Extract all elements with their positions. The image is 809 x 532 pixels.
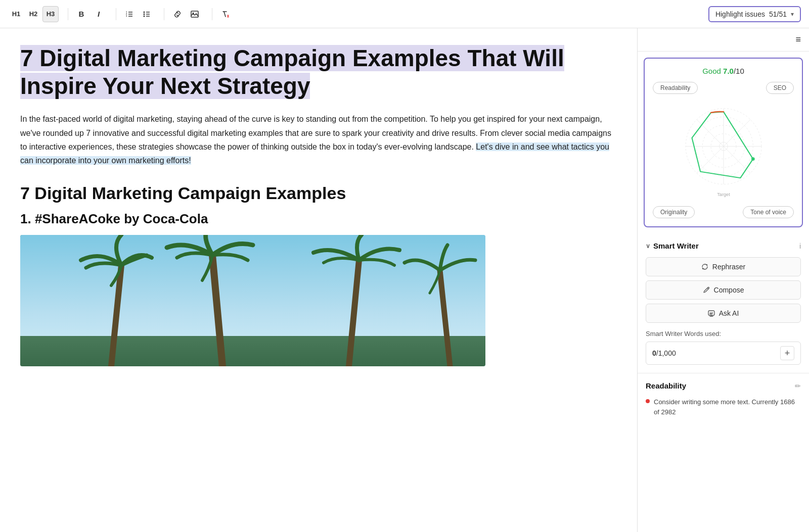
chevron-down-icon: ▾ bbox=[791, 11, 794, 18]
image-button[interactable] bbox=[187, 6, 203, 22]
ask-ai-button[interactable]: Ask AI bbox=[646, 304, 801, 323]
main-layout: 7 Digital Marketing Campaign Examples Th… bbox=[0, 28, 809, 532]
radar-container: Target bbox=[653, 100, 794, 201]
tone-of-voice-tab[interactable]: Tone of voice bbox=[743, 206, 794, 218]
compose-button[interactable]: Compose bbox=[646, 280, 801, 300]
svg-point-7 bbox=[144, 13, 145, 15]
score-bottom-tabs: Originality Tone of voice bbox=[653, 206, 794, 218]
smart-writer-section: ∨ Smart Writer i Rephraser bbox=[638, 233, 809, 373]
smart-writer-label: Smart Writer bbox=[653, 241, 699, 250]
readability-header: Readability ✏ bbox=[646, 381, 801, 390]
readability-title: Readability bbox=[646, 381, 686, 390]
separator-2 bbox=[116, 8, 116, 20]
link-button[interactable] bbox=[169, 6, 186, 22]
highlight-dropdown[interactable]: Highlight issues 51/51 ▾ bbox=[708, 6, 801, 22]
svg-point-34 bbox=[751, 157, 755, 161]
h3-button[interactable]: H3 bbox=[42, 6, 59, 22]
h1-button[interactable]: H1 bbox=[8, 6, 24, 22]
unordered-list-icon bbox=[143, 10, 151, 18]
highlight-count: 51/51 bbox=[769, 10, 787, 18]
italic-button[interactable]: I bbox=[91, 6, 107, 22]
originality-tab[interactable]: Originality bbox=[653, 206, 695, 218]
clear-format-button[interactable] bbox=[217, 6, 234, 22]
sidebar: ≡ Good 7.0/10 Readability SEO bbox=[637, 28, 809, 532]
bold-button[interactable]: B bbox=[73, 6, 89, 22]
words-used: 0 bbox=[652, 349, 656, 357]
score-header: Good 7.0/10 bbox=[653, 67, 794, 76]
svg-rect-19 bbox=[20, 336, 485, 366]
compose-icon bbox=[703, 286, 710, 294]
rephraser-button[interactable]: Rephraser bbox=[646, 257, 801, 276]
words-limit: 1,000 bbox=[658, 349, 676, 357]
article-intro: In the fast-paced world of digital marke… bbox=[20, 112, 617, 167]
score-label: Good bbox=[702, 67, 723, 75]
ask-ai-label: Ask AI bbox=[719, 309, 739, 317]
unordered-list-button[interactable] bbox=[139, 6, 155, 22]
ordered-list-button[interactable]: 1 2 3 bbox=[121, 6, 138, 22]
svg-point-8 bbox=[144, 15, 145, 17]
separator-3 bbox=[164, 8, 164, 20]
separator-1 bbox=[68, 8, 68, 20]
svg-line-15 bbox=[224, 12, 226, 17]
svg-marker-33 bbox=[692, 112, 753, 178]
sidebar-header: ≡ bbox=[638, 28, 809, 52]
score-total: /10 bbox=[734, 67, 744, 75]
svg-line-36 bbox=[707, 288, 708, 289]
toolbar: H1 H2 H3 B I 1 2 3 bbox=[0, 0, 809, 28]
ordered-list-icon: 1 2 3 bbox=[125, 10, 133, 18]
svg-text:3: 3 bbox=[126, 15, 127, 17]
words-count: 0/1,000 bbox=[652, 349, 676, 357]
smart-writer-header: ∨ Smart Writer i bbox=[646, 241, 801, 250]
link-icon bbox=[173, 10, 182, 18]
info-icon[interactable]: i bbox=[799, 242, 801, 250]
score-section: Good 7.0/10 Readability SEO bbox=[644, 58, 803, 227]
highlight-label: Highlight issues bbox=[715, 10, 765, 18]
score-tabs: Readability SEO bbox=[653, 82, 794, 94]
compose-label: Compose bbox=[714, 286, 744, 294]
smart-writer-title: ∨ Smart Writer bbox=[646, 241, 699, 250]
ask-ai-icon bbox=[708, 310, 715, 317]
radar-chart: Target bbox=[673, 100, 774, 201]
palm-image bbox=[20, 235, 485, 366]
rephraser-label: Rephraser bbox=[712, 263, 745, 271]
readability-tab[interactable]: Readability bbox=[653, 82, 698, 94]
heading-group: H1 H2 H3 bbox=[8, 6, 59, 22]
article-title-block: 7 Digital Marketing Campaign Examples Th… bbox=[20, 44, 617, 100]
svg-point-6 bbox=[144, 11, 145, 13]
edit-icon[interactable]: ✏ bbox=[795, 382, 801, 390]
article-h2: 7 Digital Marketing Campaign Examples bbox=[20, 183, 617, 203]
clear-format-icon bbox=[221, 10, 230, 18]
article-image bbox=[20, 235, 485, 366]
readability-item: Consider writing some more text. Current… bbox=[646, 397, 801, 417]
menu-icon[interactable]: ≡ bbox=[795, 34, 801, 45]
article-h3: 1. #ShareACoke by Coca-Cola bbox=[20, 211, 617, 227]
article-title: 7 Digital Marketing Campaign Examples Th… bbox=[20, 45, 564, 99]
readability-section: Readability ✏ Consider writing some more… bbox=[638, 373, 809, 425]
h2-button[interactable]: H2 bbox=[25, 6, 41, 22]
words-count-row: 0/1,000 + bbox=[646, 342, 801, 365]
add-words-button[interactable]: + bbox=[780, 346, 794, 360]
collapse-icon[interactable]: ∨ bbox=[646, 243, 650, 250]
seo-tab[interactable]: SEO bbox=[766, 82, 794, 94]
readability-text: Consider writing some more text. Current… bbox=[654, 397, 801, 417]
score-value: 7.0 bbox=[723, 67, 734, 75]
editor-area[interactable]: 7 Digital Marketing Campaign Examples Th… bbox=[0, 28, 637, 532]
image-icon bbox=[191, 10, 199, 18]
insert-group bbox=[169, 6, 203, 22]
rephraser-icon bbox=[701, 263, 708, 270]
separator-4 bbox=[212, 8, 212, 20]
svg-text:Target: Target bbox=[717, 192, 730, 197]
warning-dot bbox=[646, 399, 650, 403]
list-group: 1 2 3 bbox=[121, 6, 155, 22]
words-label: Smart Writer Words used: bbox=[646, 330, 801, 337]
format-group: B I bbox=[73, 6, 107, 22]
